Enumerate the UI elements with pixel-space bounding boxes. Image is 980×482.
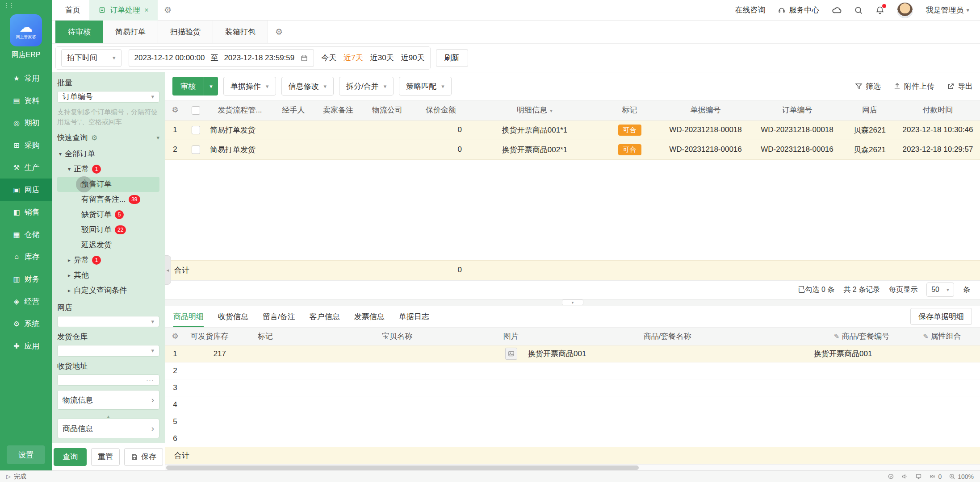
online-consult-link[interactable]: 在线咨询 bbox=[735, 5, 765, 15]
tree-presale-orders[interactable]: 预售订单 bbox=[57, 177, 159, 192]
caret-right-icon[interactable] bbox=[68, 287, 71, 294]
user-avatar[interactable] bbox=[897, 2, 913, 18]
panel-collapse-handle[interactable] bbox=[165, 255, 171, 285]
close-tab-icon[interactable] bbox=[144, 6, 149, 15]
sidebar-item-apps[interactable]: ✚应用 bbox=[0, 335, 52, 357]
page-tab-order-processing[interactable]: 订单处理 bbox=[89, 0, 158, 21]
zoom-icon[interactable] bbox=[949, 473, 955, 480]
caret-down-icon[interactable] bbox=[68, 166, 71, 172]
quick-range-today[interactable]: 今天 bbox=[321, 53, 336, 63]
product-info-bar[interactable]: 商品信息 bbox=[57, 419, 159, 438]
detail-tab-notes[interactable]: 留言/备注 bbox=[263, 306, 295, 327]
info-edit-dropdown[interactable]: 信息修改 bbox=[281, 77, 334, 96]
attachment-upload-link[interactable]: 附件上传 bbox=[893, 81, 934, 91]
sidebar-item-initial[interactable]: ◎期初 bbox=[0, 112, 52, 134]
warehouse-select[interactable] bbox=[57, 345, 159, 357]
sidebar-item-warehouse[interactable]: ▦仓储 bbox=[0, 223, 52, 245]
refresh-button[interactable]: 刷新 bbox=[436, 49, 468, 67]
date-range-picker[interactable]: 2023-12-12 00:00:00 至 2023-12-18 23:59:5… bbox=[129, 49, 314, 67]
sidebar-item-system[interactable]: ⚙系统 bbox=[0, 312, 52, 335]
detail-row-6[interactable]: 6 bbox=[165, 430, 980, 447]
tab-simple-print[interactable]: 简易打单 bbox=[103, 21, 158, 43]
page-tab-home[interactable]: 首页 bbox=[56, 0, 89, 21]
tab-scan-check[interactable]: 扫描验货 bbox=[158, 21, 213, 43]
scrollbar-thumb[interactable] bbox=[166, 465, 639, 470]
tree-other[interactable]: 其他 bbox=[57, 268, 159, 283]
sidebar-item-sales[interactable]: ◧销售 bbox=[0, 201, 52, 223]
tab-pending-audit[interactable]: 待审核 bbox=[55, 21, 103, 43]
search-icon[interactable] bbox=[854, 6, 863, 15]
sidebar-item-data[interactable]: ▤资料 bbox=[0, 89, 52, 112]
more-icon[interactable] bbox=[146, 376, 154, 384]
query-button[interactable]: 查询 bbox=[54, 448, 87, 466]
quick-range-7d[interactable]: 近7天 bbox=[343, 53, 363, 63]
select-all-checkbox[interactable] bbox=[192, 106, 200, 115]
detail-row-3[interactable]: 3 bbox=[165, 379, 980, 396]
caret-right-icon[interactable] bbox=[68, 272, 71, 278]
scroll-up-hint-icon[interactable] bbox=[57, 414, 159, 419]
caret-down-icon[interactable] bbox=[59, 151, 62, 157]
sidebar-item-inventory[interactable]: ⌂库存 bbox=[0, 245, 52, 268]
service-center-link[interactable]: 服务中心 bbox=[778, 5, 819, 15]
sidebar-item-purchase[interactable]: ⊞采购 bbox=[0, 134, 52, 156]
order-row-2[interactable]: 2 简易打单发货 0 换货开票商品002*1 可合 WD-20231218-00… bbox=[165, 140, 980, 159]
sidebar-item-store[interactable]: ▣网店 bbox=[0, 179, 52, 201]
detail-row-4[interactable]: 4 bbox=[165, 396, 980, 413]
audit-button[interactable]: 审核 bbox=[172, 77, 218, 96]
detail-tab-customer-info[interactable]: 客户信息 bbox=[310, 306, 340, 327]
tree-has-note-orders[interactable]: 有留言备注...39 bbox=[57, 192, 159, 207]
store-select[interactable] bbox=[57, 316, 159, 328]
speaker-icon[interactable] bbox=[901, 473, 908, 480]
product-image-thumb[interactable] bbox=[505, 348, 517, 360]
filter-link[interactable]: 筛选 bbox=[855, 81, 881, 91]
row-checkbox[interactable] bbox=[192, 126, 200, 134]
grid-settings-icon[interactable] bbox=[172, 332, 178, 341]
export-link[interactable]: 导出 bbox=[947, 81, 973, 91]
audit-dropdown-caret[interactable] bbox=[204, 77, 218, 96]
date-field-select[interactable]: 拍下时间 bbox=[61, 49, 121, 67]
notifications-bell[interactable] bbox=[875, 5, 884, 15]
detail-tab-doc-log[interactable]: 单据日志 bbox=[399, 306, 429, 327]
save-filter-button[interactable]: 保存 bbox=[124, 448, 163, 466]
reset-button[interactable]: 重置 bbox=[91, 448, 120, 466]
tree-out-of-stock-orders[interactable]: 缺货订单5 bbox=[57, 207, 159, 222]
row-checkbox[interactable] bbox=[192, 145, 200, 154]
tree-custom-query[interactable]: 自定义查询条件 bbox=[57, 283, 159, 298]
quick-range-90d[interactable]: 近90天 bbox=[401, 53, 425, 63]
cloud-sync-icon[interactable] bbox=[832, 5, 842, 15]
sidebar-item-common[interactable]: ★常用 bbox=[0, 67, 52, 89]
module-tabs-gear-icon[interactable] bbox=[268, 21, 290, 43]
tree-abnormal[interactable]: 异常1 bbox=[57, 253, 159, 268]
user-menu[interactable]: 我是管理员 bbox=[926, 5, 969, 15]
detail-tab-invoice-info[interactable]: 发票信息 bbox=[354, 306, 385, 327]
sidebar-item-operation[interactable]: ◈经营 bbox=[0, 290, 52, 312]
per-page-select[interactable]: 50 bbox=[926, 283, 954, 297]
logistics-info-bar[interactable]: 物流信息 bbox=[57, 390, 159, 410]
caret-right-icon[interactable] bbox=[68, 257, 71, 263]
settings-button[interactable]: 设置 bbox=[7, 445, 45, 464]
doc-operations-dropdown[interactable]: 单据操作 bbox=[223, 77, 276, 96]
tree-normal[interactable]: 正常1 bbox=[57, 162, 159, 177]
detail-tab-products[interactable]: 商品明细 bbox=[173, 306, 204, 327]
strategy-match-dropdown[interactable]: 策略匹配 bbox=[399, 77, 452, 96]
address-input[interactable] bbox=[57, 374, 159, 386]
grid-settings-icon[interactable] bbox=[172, 106, 178, 114]
order-row-1[interactable]: 1 简易打单发货 0 换货开票商品001*1 可合 WD-20231218-00… bbox=[165, 120, 980, 140]
monitor-icon[interactable] bbox=[915, 473, 922, 480]
detail-tab-shipping-info[interactable]: 收货信息 bbox=[218, 306, 248, 327]
tabs-gear-icon[interactable] bbox=[164, 5, 172, 15]
collapse-detail-button[interactable] bbox=[562, 299, 583, 305]
quick-range-30d[interactable]: 近30天 bbox=[370, 53, 394, 63]
tree-all-orders[interactable]: 全部订单 bbox=[57, 146, 159, 162]
order-no-select[interactable]: 订单编号 bbox=[57, 91, 159, 103]
tree-delayed-shipping[interactable]: 延迟发货 bbox=[57, 237, 159, 253]
detail-row-2[interactable]: 2 bbox=[165, 362, 980, 379]
tree-rejected-orders[interactable]: 驳回订单22 bbox=[57, 222, 159, 237]
sidebar-item-finance[interactable]: ▥财务 bbox=[0, 268, 52, 290]
sidebar-item-production[interactable]: ⚒生产 bbox=[0, 156, 52, 179]
quick-query-gear-icon[interactable] bbox=[91, 133, 97, 142]
quick-query-header[interactable]: 快速查询 bbox=[57, 133, 159, 143]
detail-row-1[interactable]: 1 217 换货开票商品001 换货开票商品001 bbox=[165, 345, 980, 362]
split-merge-dropdown[interactable]: 拆分/合并 bbox=[339, 77, 394, 96]
column-filter-caret[interactable] bbox=[550, 108, 553, 114]
